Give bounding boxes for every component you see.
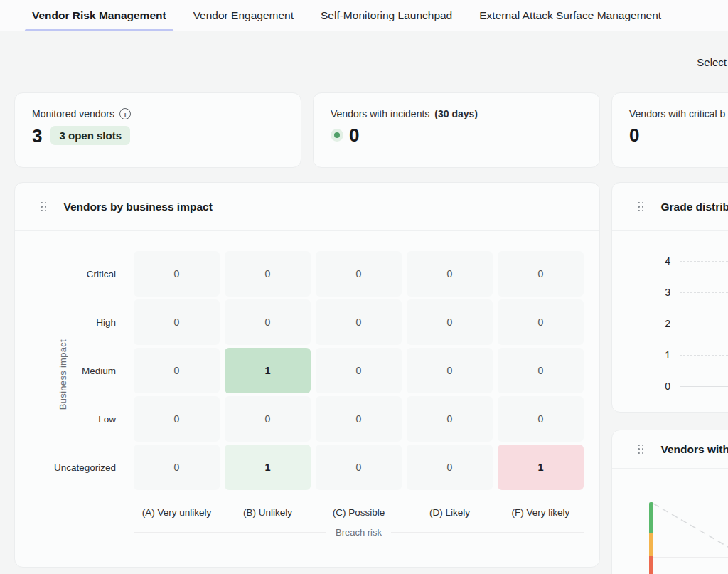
matrix-row-label: Critical bbox=[29, 251, 129, 297]
impact-matrix-panel: Vendors by business impact Business impa… bbox=[14, 182, 600, 568]
open-slots-badge: 3 open slots bbox=[50, 126, 130, 145]
matrix-cell[interactable]: 0 bbox=[407, 251, 493, 297]
matrix-cell[interactable]: 0 bbox=[498, 251, 584, 297]
drag-handle-icon[interactable] bbox=[638, 202, 644, 212]
y-axis-line bbox=[63, 416, 63, 499]
grade-distribution-title: Grade distribution bbox=[661, 201, 728, 213]
matrix-row: Uncategorized01001 bbox=[29, 445, 599, 490]
matrix-row: Low00000 bbox=[29, 396, 599, 442]
grade-tick-label: 2 bbox=[612, 318, 670, 329]
matrix-cell[interactable]: 1 bbox=[225, 445, 311, 490]
vendors-with-incidents-card: Vendors with incidents (30 days) 0 bbox=[313, 92, 600, 168]
matrix-col-label: (C) Possible bbox=[316, 507, 402, 518]
matrix-cell[interactable]: 0 bbox=[225, 396, 311, 442]
matrix-cell[interactable]: 0 bbox=[498, 299, 584, 345]
matrix-cell[interactable]: 0 bbox=[134, 299, 220, 345]
y-axis-label: Business impact bbox=[58, 334, 68, 415]
matrix-cell[interactable]: 0 bbox=[498, 396, 584, 442]
grade-tick-label: 1 bbox=[612, 349, 670, 361]
portfolio-select[interactable]: Select bbox=[697, 56, 727, 68]
tab-bar: Vendor Risk ManagementVendor EngagementS… bbox=[0, 0, 728, 31]
matrix-row-label: Medium bbox=[29, 348, 129, 393]
grade-gridline bbox=[680, 355, 728, 356]
matrix-row-label: Low bbox=[29, 396, 129, 442]
grade-chart-rows: 43210 bbox=[612, 245, 728, 402]
y-axis: Business impact bbox=[58, 251, 68, 499]
impact-matrix-col-labels: (A) Very unlikely(B) Unlikely(C) Possibl… bbox=[134, 507, 599, 518]
vendors-critical-value: 0 bbox=[629, 126, 639, 144]
tab-self-monitoring-launchpad[interactable]: Self-Monitoring Launchpad bbox=[314, 0, 459, 31]
x-axis-line bbox=[391, 532, 584, 533]
monitored-vendors-card: Monitored vendors i 3 3 open slots bbox=[14, 92, 301, 168]
vendors-score-title: Vendors with bbox=[661, 443, 728, 456]
grade-tick-row: 0 bbox=[612, 371, 728, 402]
grade-tick-row: 4 bbox=[612, 245, 728, 277]
matrix-col-label: (F) Very likely bbox=[498, 507, 584, 518]
vendors-critical-label: Vendors with critical b bbox=[629, 108, 725, 119]
matrix-col-label: (B) Unlikely bbox=[225, 507, 311, 518]
grade-gridline bbox=[680, 292, 728, 293]
incidents-period-label: (30 days) bbox=[434, 108, 478, 119]
impact-matrix-title: Vendors by business impact bbox=[64, 201, 213, 213]
matrix-cell[interactable]: 0 bbox=[407, 445, 493, 490]
drag-handle-icon[interactable] bbox=[41, 202, 47, 212]
matrix-cell[interactable]: 0 bbox=[407, 348, 493, 393]
tab-vendor-engagement[interactable]: Vendor Engagement bbox=[186, 0, 301, 31]
vendors-score-panel: Vendors with bbox=[611, 430, 728, 574]
score-chart bbox=[612, 469, 728, 574]
vendors-with-incidents-value: 0 bbox=[349, 126, 359, 144]
matrix-cell[interactable]: 0 bbox=[316, 396, 402, 442]
grade-tick-label: 4 bbox=[612, 255, 670, 267]
vendors-critical-card: Vendors with critical b 0 bbox=[611, 92, 728, 168]
drag-handle-icon[interactable] bbox=[638, 445, 644, 455]
tab-external-attack-surface-management[interactable]: External Attack Surface Management bbox=[472, 0, 668, 31]
matrix-cell[interactable]: 0 bbox=[316, 445, 402, 490]
impact-matrix-grid: Critical00000High00000Medium01000Low0000… bbox=[29, 251, 599, 490]
status-dot bbox=[334, 132, 340, 138]
matrix-cell[interactable]: 0 bbox=[134, 396, 220, 442]
matrix-cell[interactable]: 0 bbox=[225, 299, 311, 345]
tab-vendor-risk-management[interactable]: Vendor Risk Management bbox=[25, 0, 173, 31]
matrix-row: Medium01000 bbox=[29, 348, 599, 393]
matrix-row-label: Uncategorized bbox=[29, 445, 129, 490]
grade-tick-row: 1 bbox=[612, 339, 728, 371]
vendors-with-incidents-label: Vendors with incidents bbox=[331, 108, 429, 119]
score-axis-segment bbox=[649, 533, 653, 556]
x-axis-label: Breach risk bbox=[336, 527, 382, 538]
matrix-col-label: (A) Very unlikely bbox=[134, 507, 220, 518]
monitored-vendors-value: 3 bbox=[32, 127, 42, 145]
score-gradient-axis bbox=[649, 502, 653, 574]
grade-gridline bbox=[680, 386, 728, 387]
score-baseline bbox=[653, 557, 728, 558]
grade-gridline bbox=[680, 324, 728, 324]
matrix-cell[interactable]: 0 bbox=[498, 348, 584, 393]
matrix-cell[interactable]: 0 bbox=[316, 251, 402, 297]
matrix-cell[interactable]: 0 bbox=[316, 348, 402, 393]
matrix-cell[interactable]: 1 bbox=[225, 348, 311, 393]
matrix-cell[interactable]: 1 bbox=[498, 445, 584, 490]
monitored-vendors-label: Monitored vendors bbox=[32, 108, 114, 119]
matrix-cell[interactable]: 0 bbox=[407, 299, 493, 345]
matrix-cell[interactable]: 0 bbox=[134, 348, 220, 393]
matrix-row: High00000 bbox=[29, 299, 599, 345]
matrix-row-label: High bbox=[29, 299, 129, 345]
matrix-cell[interactable]: 0 bbox=[134, 251, 220, 297]
score-axis-segment bbox=[649, 502, 653, 533]
matrix-cell[interactable]: 0 bbox=[407, 396, 493, 442]
matrix-cell[interactable]: 0 bbox=[225, 251, 311, 297]
grade-tick-label: 3 bbox=[612, 287, 670, 298]
matrix-cell[interactable]: 0 bbox=[134, 445, 220, 490]
x-axis: Breach risk bbox=[134, 527, 584, 538]
grade-tick-label: 0 bbox=[612, 381, 670, 392]
status-dot-halo bbox=[331, 129, 343, 142]
y-axis-line bbox=[63, 251, 63, 334]
matrix-cell[interactable]: 0 bbox=[316, 299, 402, 345]
matrix-col-label: (D) Likely bbox=[407, 507, 493, 518]
matrix-row: Critical00000 bbox=[29, 251, 599, 297]
info-icon[interactable]: i bbox=[119, 108, 131, 119]
grade-tick-row: 3 bbox=[612, 277, 728, 308]
score-axis-segment bbox=[649, 556, 653, 574]
grade-gridline bbox=[680, 261, 728, 262]
x-axis-line bbox=[134, 532, 326, 533]
score-projection-line bbox=[612, 469, 728, 574]
